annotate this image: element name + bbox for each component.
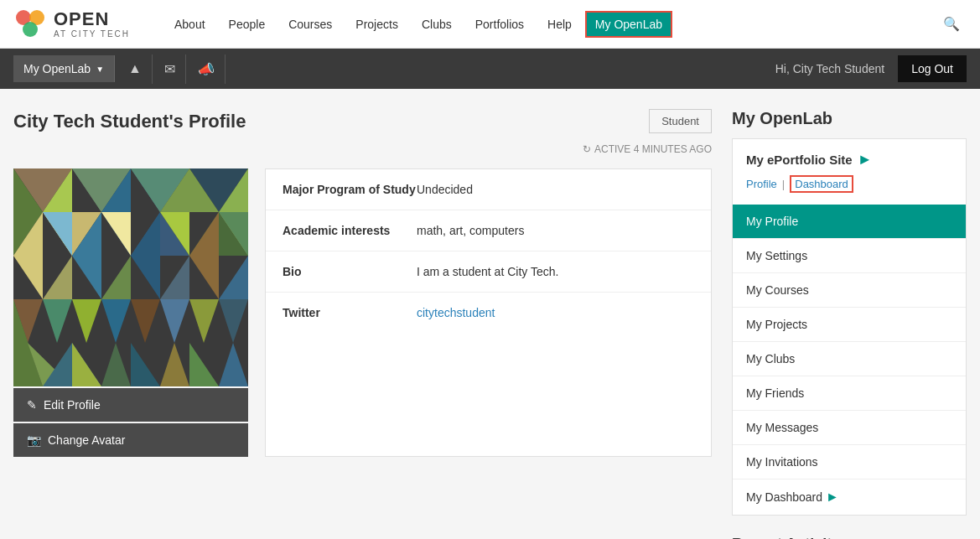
- profile-title: City Tech Student's Profile: [13, 111, 246, 132]
- info-row-bio: Bio I am a student at City Tech.: [266, 251, 711, 293]
- sidebar-item-my-messages[interactable]: My Messages: [733, 411, 966, 445]
- profile-link[interactable]: Profile: [746, 178, 777, 190]
- sidebar-link-my-settings[interactable]: My Settings: [733, 239, 966, 272]
- info-row-interests: Academic interests math, art, computers: [266, 210, 711, 251]
- sidebar-item-my-profile[interactable]: My Profile: [733, 205, 966, 239]
- twitter-label: Twitter: [283, 306, 417, 319]
- nav-projects[interactable]: Projects: [345, 11, 408, 38]
- user-icon[interactable]: ▲: [118, 54, 153, 84]
- dashboard-label: My Dashboard: [746, 490, 822, 504]
- active-status: ↻ ACTIVE 4 MINUTES AGO: [13, 143, 712, 155]
- eportfolio-title: My ePortfolio Site ►: [746, 151, 952, 168]
- major-value: Undecided: [417, 183, 473, 196]
- student-badge: Student: [649, 109, 712, 133]
- sidebar-link-my-messages[interactable]: My Messages: [733, 411, 966, 444]
- eportfolio-section: My ePortfolio Site ► Profile | Dashboard: [733, 139, 966, 205]
- nav-help[interactable]: Help: [537, 11, 582, 38]
- sidebar-item-my-clubs[interactable]: My Clubs: [733, 342, 966, 376]
- recent-activity-title: Recent Activity: [732, 529, 967, 539]
- second-bar-icons: ▲ ✉ 📣: [118, 54, 226, 84]
- sidebar-link-my-courses[interactable]: My Courses: [733, 273, 966, 307]
- eportfolio-title-text: My ePortfolio Site: [746, 153, 853, 167]
- sidebar-link-my-clubs[interactable]: My Clubs: [733, 342, 966, 376]
- info-row-twitter: Twitter citytechstudent: [266, 293, 711, 333]
- avatar-image: [13, 168, 248, 386]
- nav-about[interactable]: About: [164, 11, 215, 38]
- logout-button[interactable]: Log Out: [898, 55, 967, 82]
- mail-icon[interactable]: ✉: [154, 54, 186, 84]
- sidebar-item-my-invitations[interactable]: My Invitations: [733, 445, 966, 479]
- logo-icon: [13, 8, 47, 41]
- sidebar-link-my-projects[interactable]: My Projects: [733, 308, 966, 341]
- my-openlab-label: My OpenLab: [23, 62, 91, 75]
- profile-body: ✎ Edit Profile 📷 Change Avatar Major Pro…: [13, 168, 712, 457]
- nav-clubs[interactable]: Clubs: [412, 11, 462, 38]
- megaphone-icon[interactable]: 📣: [188, 54, 226, 84]
- logo-at-text: AT CITY TECH: [54, 29, 130, 39]
- interests-value: math, art, computers: [417, 224, 524, 237]
- sidebar-item-my-projects[interactable]: My Projects: [733, 308, 966, 342]
- sidebar-title: My OpenLab: [732, 109, 967, 128]
- sidebar-item-my-friends[interactable]: My Friends: [733, 376, 966, 411]
- bio-value: I am a student at City Tech.: [417, 265, 558, 278]
- logo-open-text: OPEN: [54, 9, 130, 29]
- camera-icon: 📷: [27, 433, 41, 447]
- sidebar-link-my-friends[interactable]: My Friends: [733, 376, 966, 410]
- nav-people[interactable]: People: [219, 11, 276, 38]
- my-openlab-dropdown[interactable]: My OpenLab ▼: [13, 55, 115, 82]
- search-icon[interactable]: 🔍: [936, 9, 967, 39]
- eportfolio-links: Profile | Dashboard: [746, 175, 952, 193]
- nav-myopenlab[interactable]: My OpenLab: [585, 11, 672, 38]
- sidebar: My OpenLab My ePortfolio Site ► Profile …: [732, 109, 967, 539]
- divider: |: [782, 178, 785, 190]
- dashboard-arrow-icon: ►: [826, 490, 839, 504]
- sidebar-link-my-dashboard[interactable]: My Dashboard ►: [733, 479, 966, 515]
- main-nav: About People Courses Projects Clubs Port…: [164, 11, 936, 38]
- main-content: City Tech Student's Profile Student ↻ AC…: [0, 89, 980, 539]
- second-bar: My OpenLab ▼ ▲ ✉ 📣 Hi, City Tech Student…: [0, 49, 980, 89]
- edit-profile-label: Edit Profile: [44, 398, 101, 412]
- nav-portfolios[interactable]: Portfolios: [465, 11, 534, 38]
- sidebar-link-my-invitations[interactable]: My Invitations: [733, 445, 966, 479]
- interests-label: Academic interests: [283, 224, 417, 237]
- sidebar-item-my-courses[interactable]: My Courses: [733, 273, 966, 308]
- info-row-major: Major Program of Study Undecided: [266, 169, 711, 210]
- svg-point-2: [23, 22, 38, 37]
- twitter-value: citytechstudent: [417, 306, 495, 319]
- pencil-icon: ✎: [27, 398, 37, 412]
- dropdown-arrow-icon: ▼: [96, 65, 104, 74]
- sidebar-item-my-settings[interactable]: My Settings: [733, 239, 966, 273]
- sidebar-link-my-profile[interactable]: My Profile: [733, 205, 966, 238]
- nav-courses[interactable]: Courses: [278, 11, 342, 38]
- profile-info: Major Program of Study Undecided Academi…: [265, 168, 712, 457]
- profile-header: City Tech Student's Profile Student: [13, 109, 712, 133]
- twitter-link[interactable]: citytechstudent: [417, 306, 495, 319]
- change-avatar-label: Change Avatar: [48, 433, 125, 447]
- left-content: City Tech Student's Profile Student ↻ AC…: [13, 109, 712, 539]
- top-navigation: OPEN AT CITY TECH About People Courses P…: [0, 0, 980, 49]
- eportfolio-arrow-icon: ►: [858, 151, 873, 168]
- greeting-text: Hi, City Tech Student: [775, 62, 884, 75]
- sidebar-card: My ePortfolio Site ► Profile | Dashboard…: [732, 138, 967, 516]
- bio-label: Bio: [283, 265, 417, 278]
- dashboard-link[interactable]: Dashboard: [790, 175, 853, 193]
- edit-profile-button[interactable]: ✎ Edit Profile: [13, 388, 248, 422]
- active-icon: ↻: [583, 143, 591, 155]
- logo[interactable]: OPEN AT CITY TECH: [13, 8, 148, 41]
- major-label: Major Program of Study: [283, 183, 417, 196]
- sidebar-menu: My Profile My Settings My Courses My Pro…: [733, 205, 966, 515]
- sidebar-item-my-dashboard[interactable]: My Dashboard ►: [733, 479, 966, 515]
- change-avatar-button[interactable]: 📷 Change Avatar: [13, 423, 248, 457]
- active-status-text: ACTIVE 4 MINUTES AGO: [594, 143, 712, 155]
- geometric-avatar: [13, 168, 248, 386]
- avatar-section: ✎ Edit Profile 📷 Change Avatar: [13, 168, 248, 457]
